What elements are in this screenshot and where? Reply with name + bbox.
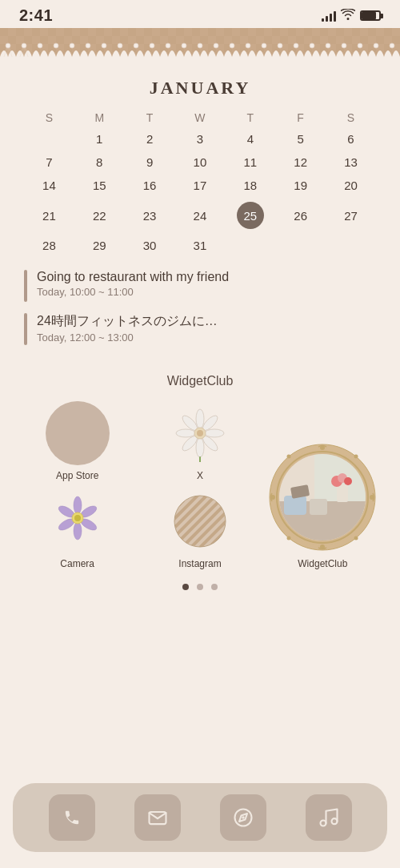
svg-point-24 xyxy=(230,43,234,48)
app-item-x[interactable]: X xyxy=(142,401,258,481)
calendar-day[interactable]: 23 xyxy=(125,197,175,234)
calendar-day[interactable]: 22 xyxy=(74,197,125,234)
compass-icon xyxy=(232,806,254,829)
event-content-2: 24時間フィットネスのジムに… Today, 12:00 ~ 13:00 xyxy=(37,313,218,344)
today-circle: 25 xyxy=(237,202,264,229)
app-item-instagram[interactable]: Instagram xyxy=(142,489,258,569)
battery-icon xyxy=(360,10,381,21)
calendar-day[interactable]: 1 xyxy=(74,127,125,151)
calendar-day[interactable]: 7 xyxy=(24,151,74,174)
svg-point-84 xyxy=(242,816,245,819)
page-dot-2[interactable] xyxy=(197,584,203,590)
status-icons xyxy=(322,9,381,23)
weekday-thu: T xyxy=(225,108,275,127)
svg-point-67 xyxy=(287,536,291,540)
phone-icon xyxy=(61,806,83,829)
svg-point-44 xyxy=(197,430,203,436)
app-item-appstore[interactable]: App Store xyxy=(19,401,135,481)
svg-point-35 xyxy=(196,409,204,428)
svg-point-85 xyxy=(320,821,326,826)
dock-mail[interactable] xyxy=(134,794,181,841)
page-dot-3[interactable] xyxy=(211,584,218,590)
calendar-day[interactable]: 20 xyxy=(326,174,376,197)
calendar-week: 123456 xyxy=(24,127,376,151)
calendar-day[interactable]: 18 xyxy=(225,174,275,197)
event-time-2: Today, 12:00 ~ 13:00 xyxy=(37,332,218,344)
appstore-label: App Store xyxy=(56,470,98,481)
calendar-day[interactable]: 21 xyxy=(24,197,74,234)
calendar-weekdays: S M T W T F S xyxy=(24,108,376,127)
calendar-day[interactable]: 29 xyxy=(74,234,125,257)
calendar-day[interactable]: 30 xyxy=(125,234,175,257)
calendar-day[interactable]: 14 xyxy=(24,174,74,197)
svg-point-65 xyxy=(287,455,291,459)
app-item-camera[interactable]: Camera xyxy=(19,489,135,569)
svg-point-33 xyxy=(374,43,378,48)
svg-point-68 xyxy=(354,536,358,540)
svg-point-34 xyxy=(390,43,394,48)
dock-phone[interactable] xyxy=(49,794,95,841)
calendar-day[interactable]: 17 xyxy=(175,174,226,197)
calendar-day[interactable]: 8 xyxy=(74,151,125,174)
event-bar-2 xyxy=(24,313,27,345)
event-title-1: Going to restaurant with my friend xyxy=(37,270,229,284)
calendar-day xyxy=(326,234,376,257)
app-grid: App Store xyxy=(0,395,400,576)
status-bar: 2:41 xyxy=(0,0,400,28)
widgetclub-icon xyxy=(266,441,378,553)
wifi-icon xyxy=(341,9,355,23)
event-time-1: Today, 10:00 ~ 11:00 xyxy=(37,286,229,298)
svg-point-72 xyxy=(74,522,82,540)
dock-music[interactable] xyxy=(306,794,352,841)
svg-point-13 xyxy=(54,43,58,48)
event-item-2: 24時間フィットネスのジムに… Today, 12:00 ~ 13:00 xyxy=(24,313,376,345)
weekday-fri: F xyxy=(275,108,326,127)
calendar-day[interactable]: 6 xyxy=(326,127,376,151)
calendar-day[interactable]: 16 xyxy=(125,174,175,197)
widgetclub-app-label: WidgetClub xyxy=(298,558,347,569)
svg-point-20 xyxy=(166,43,170,48)
camera-label: Camera xyxy=(60,558,94,569)
calendar-day[interactable]: 5 xyxy=(275,127,326,151)
svg-point-39 xyxy=(196,438,204,457)
svg-point-22 xyxy=(198,43,202,48)
x-icon xyxy=(168,401,232,465)
svg-point-29 xyxy=(310,43,314,48)
svg-point-66 xyxy=(354,455,358,459)
svg-point-26 xyxy=(262,43,266,48)
calendar-day[interactable]: 11 xyxy=(225,151,275,174)
svg-rect-52 xyxy=(284,496,306,515)
calendar-week: 21222324252627 xyxy=(24,197,376,234)
calendar-week: 28293031 xyxy=(24,234,376,257)
calendar-day[interactable]: 13 xyxy=(326,151,376,174)
dock-safari[interactable] xyxy=(220,794,266,841)
status-time: 2:41 xyxy=(19,6,53,25)
svg-point-76 xyxy=(74,515,81,521)
calendar-day[interactable]: 10 xyxy=(175,151,226,174)
calendar-day[interactable]: 31 xyxy=(175,234,226,257)
calendar-day[interactable]: 19 xyxy=(275,174,326,197)
events-section: Going to restaurant with my friend Today… xyxy=(0,257,400,364)
calendar-day[interactable]: 12 xyxy=(275,151,326,174)
calendar-day[interactable]: 27 xyxy=(326,197,376,234)
calendar-day[interactable]: 25 xyxy=(225,197,275,234)
calendar-day[interactable]: 9 xyxy=(125,151,175,174)
svg-point-12 xyxy=(38,43,42,48)
svg-point-41 xyxy=(176,429,195,437)
calendar-week: 78910111213 xyxy=(24,151,376,174)
svg-point-25 xyxy=(246,43,250,48)
page-dot-1[interactable] xyxy=(182,584,189,590)
calendar-day[interactable]: 3 xyxy=(175,127,226,151)
calendar-day xyxy=(24,127,74,151)
calendar-day[interactable]: 24 xyxy=(175,197,226,234)
svg-point-28 xyxy=(294,43,298,48)
calendar-day[interactable]: 2 xyxy=(125,127,175,151)
svg-point-18 xyxy=(134,43,138,48)
app-item-widgetclub[interactable]: WidgetClub xyxy=(265,401,381,569)
calendar-day[interactable]: 26 xyxy=(275,197,326,234)
x-label: X xyxy=(197,470,203,481)
calendar-day[interactable]: 15 xyxy=(74,174,125,197)
widgetclub-section-label: WidgetClub xyxy=(0,364,400,395)
calendar-day[interactable]: 4 xyxy=(225,127,275,151)
calendar-day[interactable]: 28 xyxy=(24,234,74,257)
